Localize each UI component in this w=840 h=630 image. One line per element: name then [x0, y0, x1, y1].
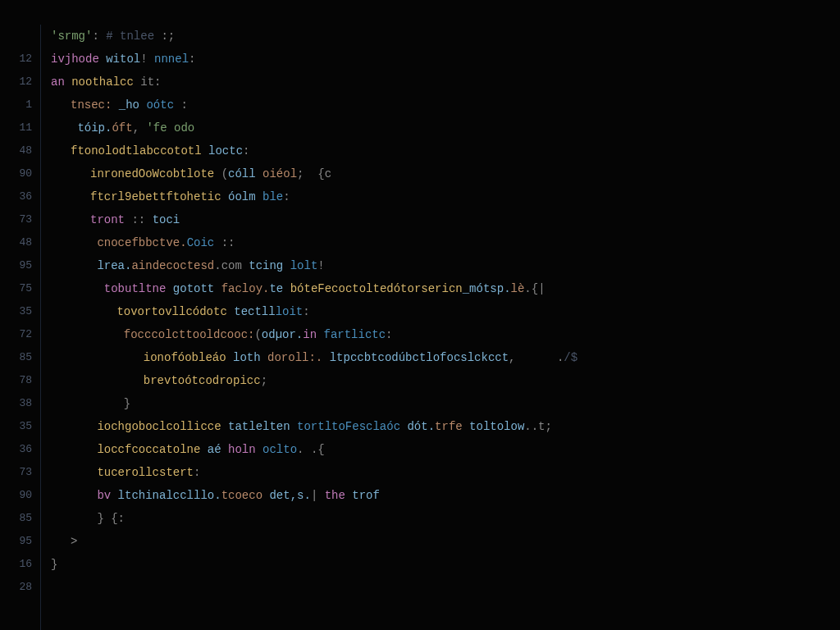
code-line[interactable]: bv ltchinalcclllo.tcoeco det,s.| the tro… — [51, 484, 840, 507]
line-number: 75 — [0, 277, 32, 300]
code-token: .{| — [524, 282, 545, 295]
code-token: .com — [214, 259, 249, 272]
code-token: toltolow — [469, 420, 524, 433]
code-token: ble — [262, 190, 283, 203]
code-line[interactable]: tobutltne gotott facloy.te bóteFecoctolt… — [51, 277, 840, 300]
line-number: 36 — [0, 438, 32, 461]
code-line[interactable]: ftonolodtlabccototl loctc: — [51, 139, 840, 162]
code-token: tortltoFesclaóc — [297, 420, 407, 433]
code-line[interactable]: tront :: toci — [51, 208, 840, 231]
code-token: it: — [134, 75, 162, 89]
code-line[interactable]: } — [51, 392, 840, 415]
line-number: 85 — [0, 507, 32, 530]
code-token: _ho — [119, 98, 147, 112]
code-token: tront — [90, 213, 131, 226]
line-number: 12 — [0, 48, 32, 71]
line-number — [0, 25, 32, 48]
code-line[interactable]: lrea.aindecoctesd.com tcing lolt! — [51, 254, 840, 277]
code-token: gotott — [173, 282, 221, 295]
code-line[interactable]: focccolcttooldcooc:(odµor.in fartlictc: — [51, 323, 840, 346]
code-token: ; {c — [297, 167, 331, 180]
code-token: _mótsp. — [463, 282, 511, 295]
code-token: oclto — [262, 443, 297, 456]
line-number: 72 — [0, 323, 32, 346]
code-token: } — [110, 397, 130, 410]
code-token: trfe — [435, 420, 469, 433]
code-token: ltpccbtcodúbctlofocslckcct — [330, 351, 509, 364]
code-token: trof — [352, 489, 380, 502]
code-line[interactable]: an noothalcc it: — [51, 71, 840, 94]
code-token: 'fe odo — [146, 121, 194, 135]
line-number: 36 — [0, 185, 32, 208]
line-number: 78 — [0, 369, 32, 392]
code-token: oótc — [146, 98, 174, 112]
code-line[interactable]: tucerollcstert: — [51, 461, 840, 484]
code-line[interactable]: tóip.óft, 'fe odo — [51, 116, 840, 139]
code-line[interactable]: inronedOoWcobtlote (cóll oiéol; {c — [51, 162, 840, 185]
code-token: doroll:. — [267, 351, 330, 364]
code-token: cóll — [228, 167, 262, 180]
code-content-area[interactable]: 'srmg': # tnlee :;ivjhode witol! nnnel:a… — [41, 25, 840, 630]
code-token: } — [51, 558, 57, 571]
code-token: focccolcttooldcooc: — [110, 328, 254, 341]
code-token: loth — [233, 351, 267, 364]
code-line[interactable]: iochgoboclcollicce tatlelten tortltoFesc… — [51, 415, 840, 438]
code-token: nnnel — [154, 52, 189, 66]
code-token: > — [71, 535, 77, 548]
code-token: det,s. — [269, 489, 310, 502]
code-token: cnocefbbctve. — [90, 236, 187, 249]
code-token: in — [303, 328, 323, 341]
code-token: noothalcc — [71, 75, 134, 89]
line-number: 85 — [0, 346, 32, 369]
line-number: 90 — [0, 162, 32, 185]
code-line[interactable]: tnsec: _ho oótc : — [51, 94, 840, 116]
code-token: ftcrl9ebettftohetic — [90, 190, 228, 203]
code-token: tóip. — [71, 121, 112, 135]
code-token: loctc — [208, 144, 243, 158]
code-token: tnsec: — [71, 98, 119, 112]
line-number: 38 — [0, 392, 32, 415]
code-token: te — [269, 282, 290, 295]
code-line[interactable]: ftcrl9ebettftohetic óolm ble: — [51, 185, 840, 208]
code-line[interactable]: cnocefbbctve.Coic :: — [51, 231, 840, 254]
code-token: : — [243, 144, 249, 158]
code-token: :: — [131, 213, 152, 226]
line-number: 48 — [0, 139, 32, 162]
code-line[interactable]: } {: — [51, 507, 840, 530]
code-line[interactable]: } — [51, 553, 840, 576]
code-token: tcoeco — [221, 489, 270, 502]
code-token: ! — [140, 52, 154, 66]
code-token: dót. — [407, 420, 435, 433]
code-line[interactable]: ivjhode witol! nnnel: — [51, 48, 840, 71]
line-number: 16 — [0, 553, 32, 576]
code-token: ..t; — [524, 420, 552, 433]
code-line[interactable]: tovortovllcódotc tectllloit: — [51, 300, 840, 323]
code-token: ; — [261, 374, 267, 387]
code-token: : — [194, 466, 200, 479]
code-line[interactable]: > — [51, 530, 840, 553]
code-line[interactable]: 'srmg': # tnlee :; — [51, 25, 840, 48]
code-line[interactable]: brevtoótcodropicc; — [51, 369, 840, 392]
line-number: 73 — [0, 461, 32, 484]
code-token: iochgoboclcollicce — [90, 420, 228, 433]
code-token: , . — [509, 351, 564, 364]
code-token: ftonolodtlabccototl — [71, 144, 208, 158]
code-line[interactable]: ionofóobleáo loth doroll:. ltpccbtcodúbc… — [51, 346, 840, 369]
line-number: 12 — [0, 71, 32, 94]
line-number: 90 — [0, 484, 32, 507]
line-number: 95 — [0, 254, 32, 277]
code-token: | — [311, 489, 325, 502]
code-token: bóteFecoctoltedótorsericn — [290, 282, 463, 295]
code-token: facloy. — [221, 282, 270, 295]
code-editor[interactable]: 1212111489036734895753572857838353673908… — [0, 0, 840, 630]
code-token: ionofóobleáo — [130, 351, 233, 364]
code-line[interactable] — [51, 576, 840, 599]
code-token: aindecoctesd — [131, 259, 214, 272]
code-token: toci — [153, 213, 180, 226]
code-token: ( — [221, 167, 228, 180]
code-token: /$ — [564, 351, 578, 364]
code-token: loit — [276, 305, 304, 318]
code-token: : — [303, 305, 309, 318]
code-token: lè — [511, 282, 525, 295]
code-line[interactable]: loccfcoccatolne aé holn oclto. .{ — [51, 438, 840, 461]
